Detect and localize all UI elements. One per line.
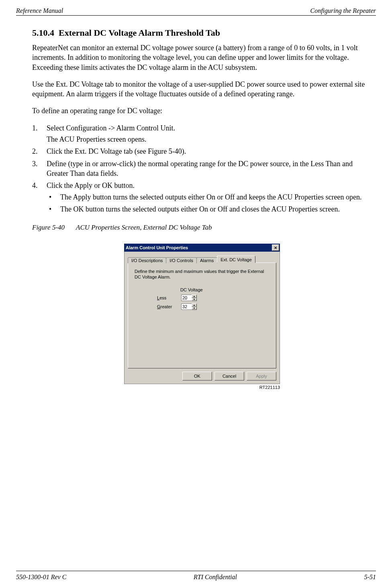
tab-io-controls[interactable]: I/O Controls (166, 257, 197, 263)
header-rule (16, 15, 376, 16)
tab-alarms[interactable]: Alarms (196, 257, 217, 263)
dialog-buttons: OK Cancel Apply (128, 372, 276, 380)
paragraph-1: RepeaterNet can monitor an external DC v… (32, 43, 372, 72)
dialog-screenshot: Alarm Control Unit Properties ✕ I/O Desc… (124, 244, 280, 390)
step-3: 3. Define (type in or arrow-click) the n… (32, 159, 372, 179)
less-spin-up[interactable]: ▲ (192, 295, 197, 298)
bullet-2-text: The OK button turns the selected outputs… (60, 204, 340, 214)
step-1-text: Select Configuration -> Alarm Control Un… (47, 124, 175, 132)
section-title: External DC Voltage Alarm Threshold Tab (59, 28, 220, 38)
chevron-down-icon: ▼ (193, 307, 196, 309)
header-left: Reference Manual (16, 7, 63, 14)
tab-panel-ext-dc-voltage: Define the minimum and maximum values th… (128, 262, 276, 368)
paragraph-3: To define an operating range for DC volt… (32, 106, 372, 116)
less-spin-down[interactable]: ▼ (192, 298, 197, 301)
dialog-titlebar: Alarm Control Unit Properties ✕ (124, 244, 280, 252)
page-footer: 550-1300-01 Rev C RTI Confidential 5-51 (16, 571, 376, 581)
footer-right: 5-51 (364, 574, 376, 581)
tab-ext-dc-voltage[interactable]: Ext. DC Voltage (217, 256, 255, 263)
tab-io-descriptions[interactable]: I/O Descriptions (128, 257, 166, 263)
dialog-body: I/O Descriptions I/O Controls Alarms Ext… (124, 252, 280, 384)
tab-strip: I/O Descriptions I/O Controls Alarms Ext… (128, 254, 276, 262)
paragraph-2: Use the Ext. DC Voltage tab to monitor t… (32, 79, 372, 99)
greater-spinner: ▲ ▼ (181, 303, 197, 310)
step-1-sub: The ACU Properties screen opens. (47, 134, 372, 144)
panel-description: Define the minimum and maximum values th… (135, 269, 270, 280)
greater-input[interactable] (181, 303, 192, 310)
header-right: Configuring the Repeater (310, 7, 376, 14)
less-row: Less ▲ ▼ (135, 295, 270, 301)
image-reference: RT221113 (124, 385, 280, 390)
less-input[interactable] (181, 295, 192, 301)
footer-center: RTI Confidential (194, 574, 237, 581)
section-number: 5.10.4 (32, 28, 54, 38)
ordered-steps: 1. Select Configuration -> Alarm Control… (32, 123, 372, 216)
greater-spin-up[interactable]: ▲ (192, 303, 197, 307)
figure-title: ACU Properties Screen, External DC Volta… (76, 224, 212, 231)
bullet-1-text: The Apply button turns the selected outp… (60, 192, 362, 202)
dialog-title: Alarm Control Unit Properties (126, 245, 188, 250)
step-1: 1. Select Configuration -> Alarm Control… (32, 123, 372, 144)
close-button[interactable]: ✕ (272, 244, 279, 251)
bullet-2: • The OK button turns the selected outpu… (47, 204, 372, 214)
less-spinner: ▲ ▼ (181, 295, 197, 301)
step-2-text: Click the Ext. DC Voltage tab (see Figur… (47, 146, 372, 156)
column-heading: DC Voltage (180, 287, 270, 292)
footer-left: 550-1300-01 Rev C (16, 574, 66, 581)
greater-label: Greater (157, 304, 181, 309)
close-icon: ✕ (274, 246, 277, 250)
figure-ref: Figure 5-40 (32, 224, 65, 232)
page-header: Reference Manual Configuring the Repeate… (16, 7, 376, 14)
greater-spin-down[interactable]: ▼ (192, 307, 197, 310)
less-label: Less (157, 295, 181, 300)
apply-button[interactable]: Apply (247, 372, 276, 380)
step-4-text: Click the Apply or OK button. (47, 181, 135, 189)
step-3-text: Define (type in or arrow-click) the norm… (47, 159, 372, 179)
figure-caption: Figure 5-40 ACU Properties Screen, Exter… (32, 224, 372, 232)
chevron-up-icon: ▲ (193, 304, 196, 306)
chevron-down-icon: ▼ (193, 298, 196, 301)
section-heading: 5.10.4 External DC Voltage Alarm Thresho… (32, 28, 372, 38)
step-4: 4. Click the Apply or OK button. • The A… (32, 181, 372, 216)
bullet-1: • The Apply button turns the selected ou… (47, 192, 372, 202)
footer-rule (16, 571, 376, 571)
chevron-up-icon: ▲ (193, 295, 196, 297)
cancel-button[interactable]: Cancel (214, 372, 244, 380)
ok-button[interactable]: OK (182, 372, 212, 380)
step-2: 2. Click the Ext. DC Voltage tab (see Fi… (32, 146, 372, 156)
greater-row: Greater ▲ ▼ (135, 303, 270, 310)
